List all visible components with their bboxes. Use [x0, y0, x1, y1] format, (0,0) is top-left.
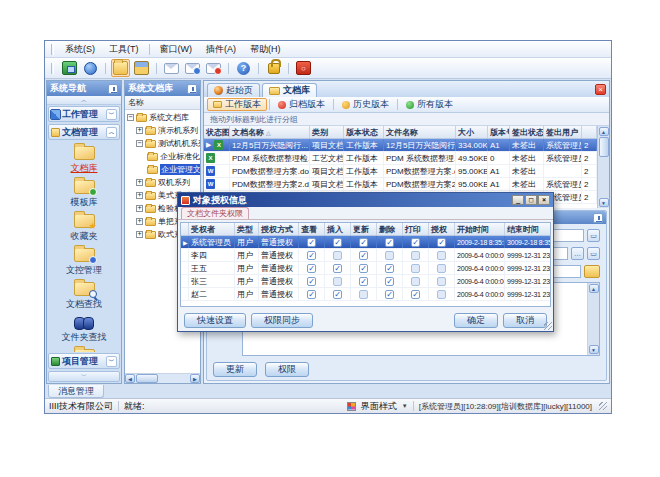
checkbox-checked[interactable]: ✓ — [307, 251, 316, 260]
checkbox-checked[interactable]: ✓ — [385, 277, 394, 286]
sidebar-item-模板库[interactable]: 模板库 — [47, 178, 121, 212]
tree-node-企业管理文件[interactable]: 企业管理文件 — [125, 163, 200, 176]
scroll-down-icon[interactable]: ▼ — [589, 345, 599, 354]
scroll-left-icon[interactable]: ◀ — [125, 374, 135, 383]
tree-node-测试机机系列[interactable]: −测试机机系列 — [125, 137, 200, 150]
sidebar-item-收藏夹[interactable]: ★收藏夹 — [47, 212, 121, 246]
tree-node-系统文档库[interactable]: −系统文档库 — [125, 111, 200, 124]
close-tab-icon[interactable]: × — [595, 84, 606, 95]
tree-node-企业标准化文件[interactable]: 企业标准化文件 — [125, 150, 200, 163]
tree-node-演示机系列[interactable]: +演示机系列 — [125, 124, 200, 137]
tab-文档库[interactable]: 文档库 — [262, 83, 317, 97]
checkbox-checked[interactable]: ✓ — [411, 290, 420, 299]
ui-style-button[interactable]: 界面样式 — [361, 400, 397, 413]
checkbox-checked[interactable]: ✓ — [385, 290, 394, 299]
checkbox-checked[interactable]: ✓ — [385, 238, 394, 247]
checkbox-checked[interactable]: ✓ — [359, 277, 368, 286]
checkbox-checked[interactable]: ✓ — [359, 238, 368, 247]
cancel-button[interactable]: 取消 — [503, 313, 547, 328]
toolbar-button-mail-send[interactable] — [183, 59, 202, 77]
menu-item-2[interactable]: 工具(T) — [102, 42, 146, 57]
update-button[interactable]: 更新 — [213, 362, 257, 377]
column-header-文档名称[interactable]: 文档名称△ — [230, 126, 310, 138]
expander-icon[interactable]: + — [136, 192, 143, 199]
scroll-up-icon[interactable]: ▲ — [599, 127, 609, 136]
checkbox-checked[interactable]: ✓ — [307, 264, 316, 273]
file-row-PDM数据整理方案2.doc[interactable]: WPDM数据整理方案2.doc项目文档工作版本PDM数据整理方案2.doc95.… — [204, 178, 597, 191]
browse-folder-icon[interactable] — [584, 265, 600, 278]
checkbox-unchecked[interactable] — [333, 251, 342, 260]
chevron-down-icon[interactable]: ▼ — [402, 403, 408, 409]
chevron-down-icon[interactable]: ﹀ — [106, 109, 117, 120]
expander-icon[interactable]: + — [136, 127, 143, 134]
column-header-date[interactable] — [582, 126, 597, 138]
column-header-版本状态[interactable]: 版本状态 — [344, 126, 384, 138]
resize-grip[interactable] — [544, 322, 552, 330]
checkbox-checked[interactable]: ✓ — [411, 238, 420, 247]
perm-column-header-类型[interactable]: 类型 — [235, 223, 259, 235]
checkbox-checked[interactable]: ✓ — [437, 238, 446, 247]
menu-item-3[interactable]: 窗口(W) — [153, 42, 200, 57]
perm-column-header-打印[interactable]: 打印 — [403, 223, 429, 235]
field-ellipsis-icon[interactable]: … — [571, 247, 584, 260]
checkbox-unchecked[interactable] — [333, 277, 342, 286]
sidebar-item-文控管理[interactable]: 文控管理 — [47, 246, 121, 280]
pin-icon[interactable] — [187, 84, 197, 94]
checkbox-unchecked[interactable] — [437, 251, 446, 260]
column-header-文件名称[interactable]: 文件名称 — [384, 126, 456, 138]
toolbar-button-connect[interactable] — [60, 59, 79, 77]
version-tab-工作版本[interactable]: 工作版本 — [207, 98, 267, 111]
perm-column-header-授权方式[interactable]: 授权方式 — [259, 223, 299, 235]
sidebar-item-文件夹查找[interactable]: 文件夹查找 — [47, 314, 121, 347]
tab-起始页[interactable]: 起始页 — [207, 83, 260, 97]
menu-item-1[interactable]: 系统(S) — [58, 42, 102, 57]
expander-icon[interactable]: + — [136, 231, 143, 238]
chevron-up-icon[interactable]: ︿ — [106, 127, 117, 138]
tree-column-header[interactable]: 名称 — [125, 96, 200, 110]
pin-icon[interactable] — [593, 213, 603, 223]
column-header-签出用户[interactable]: 签出用户 — [544, 126, 582, 138]
expander-icon[interactable]: − — [127, 114, 134, 121]
resize-grip[interactable] — [599, 402, 607, 410]
remark-scrollbar[interactable]: ▲ ▼ — [587, 283, 599, 355]
permission-row-李四[interactable]: 李四用户普通授权✓✓2009-6-4 0:00:009999-12-31 23:… — [181, 249, 550, 262]
checkbox-unchecked[interactable] — [437, 277, 446, 286]
file-row-PDM数据整理方案.doc[interactable]: WPDM数据整理方案.doc项目文档工作版本PDM数据整理方案.doc95.00… — [204, 165, 597, 178]
perm-column-header-开始时间[interactable]: 开始时间 — [455, 223, 505, 235]
checkbox-unchecked[interactable] — [411, 277, 420, 286]
checkbox-checked[interactable]: ✓ — [359, 264, 368, 273]
ok-button[interactable]: 确定 — [454, 313, 498, 328]
permission-button[interactable]: 权限 — [265, 362, 309, 377]
menubar-grip[interactable] — [51, 44, 54, 55]
checkbox-unchecked[interactable] — [385, 251, 394, 260]
checkbox-checked[interactable]: ✓ — [359, 251, 368, 260]
perm-column-header-查看[interactable]: 查看 — [299, 223, 325, 235]
checkbox-unchecked[interactable] — [411, 264, 420, 273]
sidebar-collapse-strip[interactable]: ︿ — [47, 96, 121, 105]
checkbox-checked[interactable]: ✓ — [333, 238, 342, 247]
toolbar-grip[interactable] — [51, 63, 54, 74]
column-header-状态图[interactable]: 状态图 — [204, 126, 230, 138]
column-header-签出状态[interactable]: 签出状态 — [510, 126, 544, 138]
column-header-大小[interactable]: 大小 — [456, 126, 488, 138]
checkbox-unchecked[interactable] — [437, 290, 446, 299]
field-button-icon[interactable]: ▭ — [587, 229, 600, 242]
expander-icon[interactable]: − — [136, 140, 143, 147]
perm-column-header-授权[interactable]: 授权 — [429, 223, 455, 235]
folder-permission-tab[interactable]: 文档文件夹权限 — [181, 207, 249, 219]
checkbox-unchecked[interactable] — [437, 264, 446, 273]
permission-sync-button[interactable]: 权限同步 — [251, 313, 313, 328]
toolbar-button-mail[interactable] — [162, 59, 181, 77]
checkbox-checked[interactable]: ✓ — [307, 238, 316, 247]
expander-icon[interactable]: + — [136, 218, 143, 225]
minimize-icon[interactable]: _ — [512, 195, 524, 205]
sidebar-item-签出的文档[interactable]: ✓签出的文档 — [47, 347, 121, 352]
file-row-PDM 系统数据整理检...[interactable]: XPDM 系统数据整理检...工艺文档工作版本PDM 系统数据整理...49.5… — [204, 152, 597, 165]
close-icon[interactable]: × — [538, 195, 550, 205]
version-tab-历史版本[interactable]: 历史版本 — [336, 98, 395, 111]
dialog-title-bar[interactable]: 对象授权信息 _ □ × — [178, 193, 553, 207]
permission-row-系统管理员[interactable]: ▶系统管理员用户普通授权✓✓✓✓✓✓2009-2-18 8:35:573009-… — [181, 236, 550, 249]
perm-column-header-结束时间[interactable]: 结束时间 — [505, 223, 551, 235]
tree-node-双机系列[interactable]: +双机系列 — [125, 176, 200, 189]
checkbox-checked[interactable]: ✓ — [333, 264, 342, 273]
